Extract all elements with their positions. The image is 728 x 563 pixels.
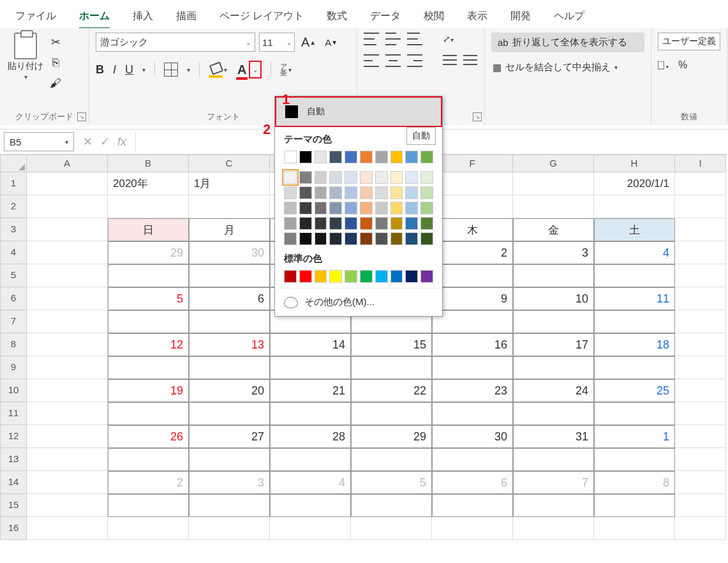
number-format-combo[interactable]: ユーザー定義 bbox=[658, 33, 720, 50]
col-header[interactable]: B bbox=[108, 154, 189, 172]
cell[interactable] bbox=[108, 402, 189, 425]
cell[interactable]: 21 bbox=[270, 379, 351, 402]
cell[interactable] bbox=[27, 195, 108, 218]
cell[interactable] bbox=[675, 172, 726, 195]
color-swatch[interactable] bbox=[345, 232, 357, 245]
cell[interactable] bbox=[513, 356, 594, 379]
cell[interactable] bbox=[189, 310, 270, 333]
automatic-color-item[interactable]: 自動 自動 bbox=[275, 96, 442, 127]
cell[interactable]: 24 bbox=[513, 379, 594, 402]
cell[interactable] bbox=[432, 494, 513, 517]
color-swatch[interactable] bbox=[360, 202, 373, 214]
increase-font-icon[interactable]: A▲ bbox=[299, 34, 318, 51]
color-swatch[interactable] bbox=[375, 217, 388, 230]
cell[interactable] bbox=[27, 448, 108, 471]
color-swatch[interactable] bbox=[329, 232, 342, 245]
color-swatch[interactable] bbox=[315, 171, 327, 184]
color-swatch[interactable] bbox=[284, 270, 297, 283]
row-header[interactable]: 2 bbox=[0, 195, 27, 218]
color-swatch[interactable] bbox=[375, 202, 388, 214]
color-swatch[interactable] bbox=[315, 232, 327, 245]
color-swatch[interactable] bbox=[315, 151, 327, 163]
cell[interactable]: 13 bbox=[189, 333, 270, 356]
increase-indent-icon[interactable] bbox=[463, 55, 477, 66]
cell[interactable] bbox=[27, 264, 108, 287]
cell[interactable] bbox=[432, 356, 513, 379]
color-swatch[interactable] bbox=[360, 186, 373, 199]
cell[interactable] bbox=[189, 494, 270, 517]
cell[interactable]: 12 bbox=[108, 333, 189, 356]
cell[interactable] bbox=[513, 310, 594, 333]
color-swatch[interactable] bbox=[284, 186, 297, 199]
color-swatch[interactable] bbox=[375, 151, 388, 163]
cell[interactable] bbox=[27, 471, 108, 494]
col-header[interactable]: C bbox=[189, 154, 270, 172]
color-swatch[interactable] bbox=[284, 151, 297, 163]
cell[interactable]: 9 bbox=[432, 287, 513, 310]
cell[interactable] bbox=[675, 425, 726, 448]
cell[interactable]: 11 bbox=[594, 287, 675, 310]
col-header[interactable]: I bbox=[675, 154, 726, 172]
color-swatch[interactable] bbox=[405, 232, 418, 245]
tab-review[interactable]: 校閲 bbox=[412, 4, 456, 28]
cell[interactable] bbox=[594, 402, 675, 425]
more-colors-item[interactable]: その他の色(M)... bbox=[275, 288, 442, 316]
color-swatch[interactable] bbox=[284, 171, 297, 184]
row-header[interactable]: 11 bbox=[0, 402, 27, 425]
cell[interactable] bbox=[675, 356, 726, 379]
cell[interactable] bbox=[513, 448, 594, 471]
align-left-icon[interactable] bbox=[364, 54, 379, 67]
color-swatch[interactable] bbox=[405, 270, 418, 283]
cell[interactable] bbox=[432, 195, 513, 218]
cell[interactable] bbox=[108, 310, 189, 333]
cell[interactable]: 月 bbox=[189, 218, 270, 241]
col-header[interactable]: F bbox=[432, 154, 513, 172]
color-swatch[interactable] bbox=[284, 202, 297, 214]
color-swatch[interactable] bbox=[420, 217, 433, 230]
cell[interactable] bbox=[675, 310, 726, 333]
color-swatch[interactable] bbox=[345, 202, 357, 214]
decrease-indent-icon[interactable] bbox=[443, 55, 457, 66]
tab-formulas[interactable]: 数式 bbox=[315, 4, 359, 28]
cell[interactable] bbox=[513, 402, 594, 425]
color-swatch[interactable] bbox=[315, 202, 327, 214]
color-swatch[interactable] bbox=[390, 186, 403, 199]
color-swatch[interactable] bbox=[375, 232, 388, 245]
cell[interactable] bbox=[27, 356, 108, 379]
cancel-icon[interactable]: ✕ bbox=[83, 135, 93, 149]
cell[interactable]: 6 bbox=[432, 471, 513, 494]
cell[interactable]: 5 bbox=[351, 471, 432, 494]
color-swatch[interactable] bbox=[390, 217, 403, 230]
cell[interactable]: 23 bbox=[432, 379, 513, 402]
cell[interactable] bbox=[351, 356, 432, 379]
color-swatch[interactable] bbox=[375, 171, 388, 184]
cell[interactable] bbox=[675, 471, 726, 494]
cell[interactable] bbox=[189, 356, 270, 379]
chevron-down-icon[interactable]: ▾ bbox=[142, 66, 145, 73]
row-header[interactable]: 1 bbox=[0, 172, 27, 195]
dialog-launcher-icon[interactable]: ↘ bbox=[77, 112, 86, 121]
col-header[interactable]: G bbox=[513, 154, 594, 172]
color-swatch[interactable] bbox=[345, 171, 357, 184]
cell[interactable]: 22 bbox=[351, 379, 432, 402]
cell[interactable]: 金 bbox=[513, 218, 594, 241]
cell[interactable] bbox=[594, 356, 675, 379]
tab-file[interactable]: ファイル bbox=[4, 4, 68, 28]
cell[interactable] bbox=[594, 448, 675, 471]
cell[interactable] bbox=[270, 402, 351, 425]
format-painter-icon[interactable]: 🖌 bbox=[47, 75, 64, 91]
color-swatch[interactable] bbox=[420, 202, 433, 214]
color-swatch[interactable] bbox=[390, 202, 403, 214]
color-swatch[interactable] bbox=[299, 171, 312, 184]
cell[interactable] bbox=[594, 195, 675, 218]
chevron-down-icon[interactable]: ▾ bbox=[187, 66, 190, 73]
cell[interactable]: 30 bbox=[432, 425, 513, 448]
color-swatch[interactable] bbox=[284, 217, 297, 230]
cell[interactable] bbox=[675, 287, 726, 310]
cell[interactable] bbox=[513, 172, 594, 195]
cell[interactable] bbox=[189, 517, 270, 540]
color-swatch[interactable] bbox=[345, 217, 357, 230]
color-swatch[interactable] bbox=[360, 232, 373, 245]
cell[interactable] bbox=[108, 195, 189, 218]
cell[interactable]: 3 bbox=[513, 241, 594, 264]
